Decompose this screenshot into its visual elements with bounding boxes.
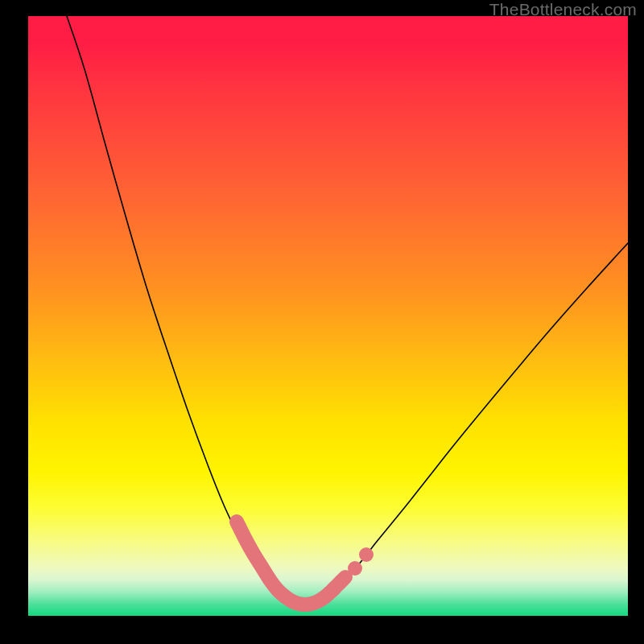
optimal-dot-1 <box>348 561 362 576</box>
optimal-dot-2 <box>359 547 374 562</box>
plot-area <box>28 16 628 616</box>
chart-frame: TheBottleneck.com <box>0 0 644 644</box>
watermark-text: TheBottleneck.com <box>489 0 637 19</box>
optimal-band-left <box>237 522 345 605</box>
bottleneck-curve <box>67 16 628 607</box>
chart-svg <box>28 16 628 616</box>
